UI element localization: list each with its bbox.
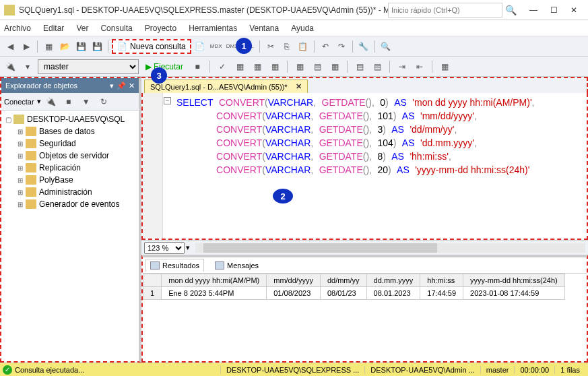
database-selector[interactable]: master [38, 59, 139, 74]
menu-archivo[interactable]: Archivo [4, 24, 31, 33]
results-tab[interactable]: Resultados [145, 259, 204, 272]
status-server: DESKTOP-UAAE5VQ\SQLEXPRESS ... [220, 366, 364, 374]
annotation-2: 2 [273, 189, 293, 203]
results-file-icon[interactable]: ▦ [327, 59, 342, 74]
results-grid-icon[interactable]: ▦ [292, 59, 307, 74]
new-query-button[interactable]: 📄 Nueva consulta [112, 39, 191, 54]
disconnect-icon[interactable]: 🔌 [44, 94, 59, 109]
status-bar: ✓ Consulta ejecutada... DESKTOP-UAAE5VQ\… [0, 363, 588, 376]
open-icon[interactable]: 📂 [57, 39, 72, 54]
play-icon: ▶ [145, 62, 152, 71]
server-node[interactable]: ▢ DESKTOP-UAAE5VQ\SQL [4, 113, 136, 125]
uncomment-icon[interactable]: ▤ [370, 59, 385, 74]
search-icon[interactable]: 🔍 [505, 5, 517, 15]
main-toolbar: ◀ ▶ ▦ 📂 💾 💾 📄 Nueva consulta 📄 MDX DMX X… [0, 36, 588, 57]
paste-icon[interactable]: 📋 [296, 39, 311, 54]
zoom-selector[interactable]: 123 % [144, 242, 185, 254]
results-text-icon[interactable]: ▤ [310, 59, 325, 74]
object-tree: ▢ DESKTOP-UAAE5VQ\SQL ⊞Bases de datos⊞Se… [1, 111, 139, 361]
plan-icon[interactable]: ▦ [232, 59, 247, 74]
connection-icon[interactable]: 🔌 [3, 59, 18, 74]
object-explorer-panel: Explorador de objetos ▾ 📌 ✕ Conectar ▾ 🔌… [0, 77, 141, 363]
refresh-icon[interactable]: ↻ [96, 94, 111, 109]
grid-icon [150, 261, 160, 270]
tree-node[interactable]: ⊞Seguridad [16, 137, 136, 150]
undo-icon[interactable]: ↶ [318, 39, 333, 54]
sql-toolbar: 🔌 ▾ master ▶ Ejecutar ■ ✓ ▦ ▦ ▦ ▦ ▤ ▦ ▤ … [0, 57, 588, 77]
comment-icon[interactable]: ▤ [352, 59, 367, 74]
pin-icon[interactable]: 📌 [117, 82, 126, 90]
specify-values-icon[interactable]: ▦ [437, 59, 452, 74]
stop-icon[interactable]: ■ [61, 94, 76, 109]
find-icon[interactable]: 🔍 [379, 39, 393, 54]
indent-icon[interactable]: ⇥ [395, 59, 410, 74]
tree-node[interactable]: ⊞Replicación [16, 162, 136, 174]
parse-icon[interactable]: ✓ [215, 59, 230, 74]
menu-ventana[interactable]: Ventana [249, 24, 279, 33]
status-db: master [480, 366, 515, 374]
nav-back-icon[interactable]: ◀ [3, 39, 18, 54]
redo-icon[interactable]: ↷ [334, 39, 349, 54]
status-rows: 1 filas [554, 366, 585, 374]
menu-ayuda[interactable]: Ayuda [291, 24, 314, 33]
annotation-3: 3 [151, 67, 167, 84]
tree-node[interactable]: ⊞Administración [16, 186, 136, 198]
save-all-icon[interactable]: 💾 [90, 39, 104, 54]
explorer-title: Explorador de objetos [5, 82, 77, 90]
tab-close-icon[interactable]: ✕ [296, 82, 302, 91]
menu-ver[interactable]: Ver [76, 24, 88, 33]
minimize-button[interactable]: — [523, 2, 544, 18]
new-icon[interactable]: ▦ [41, 39, 56, 54]
nav-fwd-icon[interactable]: ▶ [19, 39, 34, 54]
tree-node[interactable]: ⊞PolyBase [16, 174, 136, 186]
query-type-icon[interactable]: 📄 [193, 39, 207, 54]
editor-tab[interactable]: SQLQuery1.sql - D...AE5VQ\Admin (55))* ✕ [144, 80, 308, 93]
change-conn-icon[interactable]: ▾ [20, 59, 35, 74]
quick-launch-input[interactable] [388, 3, 502, 18]
results-panel: Resultados Mensajes mon dd yyyy hh:mi(AM… [141, 255, 588, 363]
menu-herramientas[interactable]: Herramientas [189, 24, 237, 33]
cut-icon[interactable]: ✂ [263, 39, 278, 54]
messages-tab[interactable]: Mensajes [211, 259, 263, 272]
menu-consulta[interactable]: Consulta [100, 24, 132, 33]
menu-proyecto[interactable]: Proyecto [145, 24, 176, 33]
status-time: 00:00:00 [514, 366, 554, 374]
sql-editor[interactable]: − SELECT CONVERT(VARCHAR, GETDATE(), 0) … [141, 93, 588, 240]
status-success-icon: ✓ [3, 365, 12, 375]
explorer-close-icon[interactable]: ✕ [129, 82, 135, 90]
filter-icon[interactable]: ▼ [79, 94, 94, 109]
status-exec: Consulta ejecutada... [15, 366, 84, 374]
messages-icon [215, 261, 224, 270]
window-title: SQLQuery1.sql - DESKTOP-UAAE5VQ\SQLEXPRE… [19, 5, 388, 15]
tree-node[interactable]: ⊞Generador de eventos [16, 198, 136, 210]
copy-icon[interactable]: ⎘ [280, 39, 294, 54]
connect-button[interactable]: Conectar [4, 98, 34, 106]
results-grid[interactable]: mon dd yyyy hh:mi(AM/PM)mm/dd/yyyydd/mm/… [143, 274, 587, 361]
annotation-1: 1 [236, 38, 252, 54]
stats-icon[interactable]: ▦ [267, 59, 282, 74]
save-icon[interactable]: 💾 [73, 39, 88, 54]
mdx-icon[interactable]: MDX [209, 39, 224, 54]
maximize-button[interactable]: ☐ [544, 2, 564, 18]
status-user: DESKTOP-UAAE5VQ\Admin ... [364, 366, 480, 374]
new-query-icon: 📄 [117, 42, 127, 51]
line-gutter [143, 93, 163, 239]
menu-editar[interactable]: Editar [43, 24, 64, 33]
tree-node[interactable]: ⊞Objetos de servidor [16, 150, 136, 162]
horizontal-scrollbar[interactable] [195, 243, 585, 253]
tree-node[interactable]: ⊞Bases de datos [16, 125, 136, 137]
close-button[interactable]: ✕ [564, 2, 584, 18]
stop-icon[interactable]: ■ [190, 59, 205, 74]
explorer-dropdown-icon[interactable]: ▾ [110, 82, 114, 90]
code-area[interactable]: SELECT CONVERT(VARCHAR, GETDATE(), 0) AS… [172, 93, 587, 239]
outdent-icon[interactable]: ⇤ [412, 59, 427, 74]
app-icon [4, 5, 15, 15]
include-plan-icon[interactable]: ▦ [250, 59, 265, 74]
menu-bar: Archivo Editar Ver Consulta Proyecto Her… [0, 20, 588, 36]
fold-icon[interactable]: − [164, 97, 171, 104]
props-icon[interactable]: 🔧 [356, 39, 371, 54]
